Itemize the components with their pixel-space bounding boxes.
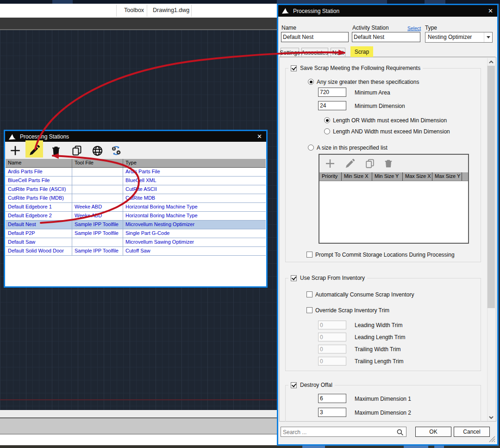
name-label: Name (281, 25, 296, 31)
trailing-width-trim-field[interactable] (318, 345, 346, 353)
plus-icon (325, 158, 336, 169)
station-dialog-titlebar[interactable]: Processing Station (278, 5, 497, 17)
any-size-radio[interactable] (308, 79, 314, 85)
cell-tool-file (72, 238, 123, 246)
leading-length-trim-field[interactable] (318, 333, 346, 341)
tab-separator (147, 5, 147, 17)
tab-toolbox[interactable]: Toolbox (124, 7, 144, 13)
stations-close-button[interactable]: ✕ (257, 133, 262, 140)
header-name[interactable]: Name (6, 159, 72, 167)
tab-scrap[interactable]: Scrap (350, 46, 373, 57)
type-dropdown[interactable]: Nesting Optimizer (425, 32, 493, 43)
tab-drawing1[interactable]: Drawing1.dwg (153, 7, 189, 13)
destroy-offal-checkbox[interactable] (291, 382, 297, 388)
tab-associates[interactable]: Associates (301, 48, 328, 57)
size-edit-button[interactable] (344, 158, 356, 170)
cell-name: Default Solid Wood Door (6, 247, 72, 255)
top-strip-segment (277, 0, 387, 4)
trailing-length-trim-field[interactable] (318, 357, 346, 366)
type-label: Type (425, 25, 437, 31)
size-delete-button[interactable] (382, 158, 394, 170)
table-row[interactable]: Default Solid Wood Door Sample IPP Toolf… (6, 247, 266, 256)
sync-stations-button[interactable] (109, 144, 123, 158)
vertical-scrollbar[interactable] (487, 58, 495, 421)
length-or-radio[interactable] (324, 117, 330, 123)
cell-tool-file (72, 185, 123, 194)
prespecified-radio[interactable] (308, 145, 314, 151)
select-link[interactable]: Select (407, 25, 421, 31)
cell-name: Default Edgebore 2 (6, 212, 72, 220)
table-row[interactable]: Default Saw Microvellum Sawing Optimizer (6, 238, 266, 247)
cancel-button[interactable]: Cancel (454, 427, 490, 437)
add-station-button[interactable] (8, 144, 22, 158)
search-input[interactable] (282, 428, 395, 436)
table-row[interactable]: Default Edgebore 2 Weeke ABD Horizontal … (6, 212, 266, 221)
minimum-dimension-field[interactable] (318, 101, 346, 110)
prespecified-label: A size in this prespecified list (317, 145, 388, 151)
dropdown-button[interactable] (484, 32, 492, 42)
activity-station-field[interactable] (352, 32, 420, 42)
scroll-up-button[interactable] (488, 58, 495, 66)
minimum-area-field[interactable] (318, 88, 346, 97)
size-copy-button[interactable] (364, 158, 376, 170)
cell-name: Default P2P (6, 229, 72, 238)
save-scrap-checkbox[interactable] (291, 65, 297, 71)
stations-table: Name Tool File Type Ardis Parts File Ard… (6, 159, 266, 256)
table-row[interactable]: BlueCell Parts File BlueCell XML (6, 177, 266, 185)
header-type[interactable]: Type (123, 159, 266, 167)
header-priority[interactable]: Priority (319, 172, 342, 181)
cell-type: Microvellum Sawing Optimizer (123, 238, 266, 246)
name-field[interactable] (281, 32, 349, 42)
table-row[interactable]: Default Edgebore 1 Weeke ABD Horizontal … (6, 203, 266, 212)
type-value: Nesting Optimizer (428, 34, 472, 40)
length-and-radio[interactable] (324, 128, 330, 134)
cell-tool-file (72, 194, 123, 202)
copy-station-button[interactable] (70, 144, 84, 158)
scrap-tab-page: Save Scrap Meeting the Following Require… (279, 57, 496, 422)
cell-tool-file: Sample IPP Toolfile (72, 247, 123, 255)
use-scrap-label: Use Scrap From Inventory (300, 275, 365, 281)
cell-name: Default Saw (6, 238, 72, 246)
resize-grip[interactable] (489, 436, 495, 442)
use-scrap-checkbox[interactable] (291, 275, 297, 281)
table-row-default-nest[interactable]: Default Nest Sample IPP Toolfile Microve… (6, 221, 266, 229)
cell-type: Horizontal Boring Machine Type (123, 212, 266, 220)
edit-station-button[interactable] (27, 144, 41, 158)
table-row[interactable]: Default P2P Sample IPP Toolfile Single P… (6, 229, 266, 238)
size-add-button[interactable] (324, 158, 336, 170)
override-trim-label: Override Scrap Inventory Trim (315, 307, 389, 314)
header-max-size-x[interactable]: Max Size X (403, 172, 432, 181)
station-close-button[interactable]: ✕ (488, 7, 493, 15)
table-row[interactable]: CutRite Parts File (MDB) CutRite MDB (6, 194, 266, 203)
stations-dialog-titlebar[interactable]: Processing Stations (5, 131, 266, 142)
copy-icon (365, 158, 375, 169)
tab-settings[interactable]: Settings (281, 48, 299, 57)
activity-station-label: Activity Station (352, 25, 389, 31)
scroll-down-button[interactable] (488, 413, 495, 421)
maximum-dimension-2-label: Maximum Dimension 2 (355, 410, 411, 416)
header-tool-file[interactable]: Tool File (72, 159, 123, 167)
maximum-dimension-2-field[interactable] (318, 408, 346, 417)
cell-type: CutRite ASCII (123, 185, 266, 194)
auto-consume-checkbox[interactable] (306, 291, 312, 297)
table-row[interactable]: Ardis Parts File Ardis Parts File (6, 168, 266, 177)
ok-button[interactable]: OK (415, 427, 451, 437)
prompt-commit-checkbox[interactable] (306, 252, 312, 258)
tab-nest[interactable]: Nest (331, 48, 345, 57)
copy-icon (71, 145, 82, 156)
top-strip-segment (52, 0, 73, 4)
leading-width-trim-field[interactable] (318, 321, 346, 329)
scrollbar-thumb[interactable] (488, 66, 495, 308)
header-min-size-x[interactable]: Min Size X (342, 172, 372, 181)
maximum-dimension-1-field[interactable] (318, 394, 346, 403)
cell-name: CutRite Parts File (MDB) (6, 194, 72, 202)
web-import-button[interactable] (90, 144, 104, 158)
cell-name: CutRite Parts File (ASCII) (6, 185, 72, 194)
header-min-size-y[interactable]: Min Size Y (372, 172, 403, 181)
header-max-size-y[interactable]: Max Size Y (432, 172, 462, 181)
delete-station-button[interactable] (49, 144, 63, 158)
override-trim-checkbox[interactable] (306, 307, 312, 313)
table-row[interactable]: CutRite Parts File (ASCII) CutRite ASCII (6, 185, 266, 194)
size-list-panel: Priority Min Size X Min Size Y Max Size … (319, 154, 469, 244)
window-top-strip (0, 0, 500, 4)
